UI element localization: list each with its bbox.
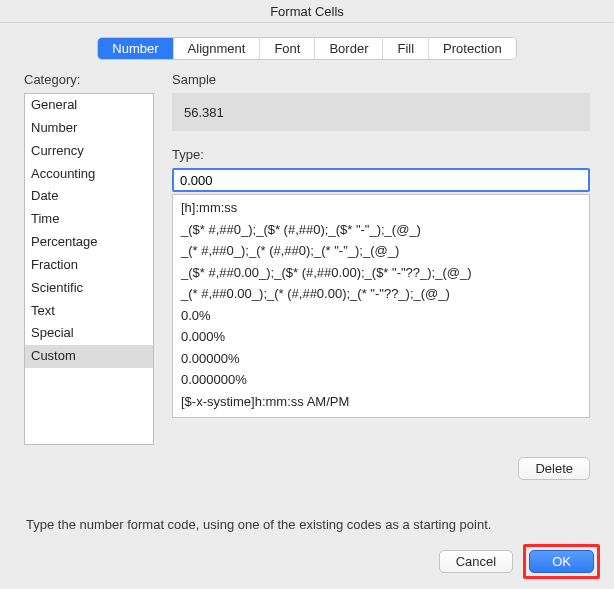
type-format-item[interactable]: _(* #,##0.00_);_(* (#,##0.00);_(* "-"??_… (173, 283, 589, 305)
help-text: Type the number format code, using one o… (0, 517, 614, 532)
category-item-currency[interactable]: Currency (25, 140, 153, 163)
category-item-custom[interactable]: Custom (25, 345, 153, 368)
sample-label: Sample (172, 72, 590, 87)
sample-value: 56.381 (184, 105, 224, 120)
category-item-date[interactable]: Date (25, 185, 153, 208)
tab-alignment[interactable]: Alignment (173, 38, 260, 59)
tab-border[interactable]: Border (314, 38, 382, 59)
type-format-item[interactable]: 0.000% (173, 326, 589, 348)
delete-button[interactable]: Delete (518, 457, 590, 480)
category-item-fraction[interactable]: Fraction (25, 254, 153, 277)
tab-fill[interactable]: Fill (382, 38, 428, 59)
category-item-special[interactable]: Special (25, 322, 153, 345)
tab-number[interactable]: Number (98, 38, 172, 59)
category-item-time[interactable]: Time (25, 208, 153, 231)
category-item-percentage[interactable]: Percentage (25, 231, 153, 254)
category-item-general[interactable]: General (25, 94, 153, 117)
format-cells-dialog: Format Cells NumberAlignmentFontBorderFi… (0, 0, 614, 589)
category-item-text[interactable]: Text (25, 300, 153, 323)
tab-font[interactable]: Font (259, 38, 314, 59)
category-list[interactable]: GeneralNumberCurrencyAccountingDateTimeP… (24, 93, 154, 445)
ok-highlight-annotation: OK (523, 544, 600, 579)
tab-protection[interactable]: Protection (428, 38, 516, 59)
type-format-list[interactable]: [h]:mm:ss_($* #,##0_);_($* (#,##0);_($* … (172, 194, 590, 418)
type-format-item[interactable]: _($* #,##0_);_($* (#,##0);_($* "-"_);_(@… (173, 219, 589, 241)
sample-value-box: 56.381 (172, 93, 590, 131)
type-input[interactable] (172, 168, 590, 192)
type-format-item[interactable]: [h]:mm:ss (173, 197, 589, 219)
category-label: Category: (24, 72, 154, 87)
type-format-item[interactable]: 0.000000% (173, 369, 589, 391)
type-format-item[interactable]: 0.00000% (173, 348, 589, 370)
tab-bar: NumberAlignmentFontBorderFillProtection (0, 37, 614, 60)
window-title: Format Cells (0, 0, 614, 23)
type-format-item[interactable]: _(* #,##0_);_(* (#,##0);_(* "-"_);_(@_) (173, 240, 589, 262)
category-item-accounting[interactable]: Accounting (25, 163, 153, 186)
type-format-item[interactable]: [$-en-US]dddd, mmmm d, yyyy (173, 412, 589, 418)
type-format-item[interactable]: [$-x-systime]h:mm:ss AM/PM (173, 391, 589, 413)
type-format-item[interactable]: _($* #,##0.00_);_($* (#,##0.00);_($* "-"… (173, 262, 589, 284)
ok-button[interactable]: OK (529, 550, 594, 573)
type-label: Type: (172, 147, 590, 162)
cancel-button[interactable]: Cancel (439, 550, 513, 573)
category-item-number[interactable]: Number (25, 117, 153, 140)
type-format-item[interactable]: 0.0% (173, 305, 589, 327)
category-item-scientific[interactable]: Scientific (25, 277, 153, 300)
